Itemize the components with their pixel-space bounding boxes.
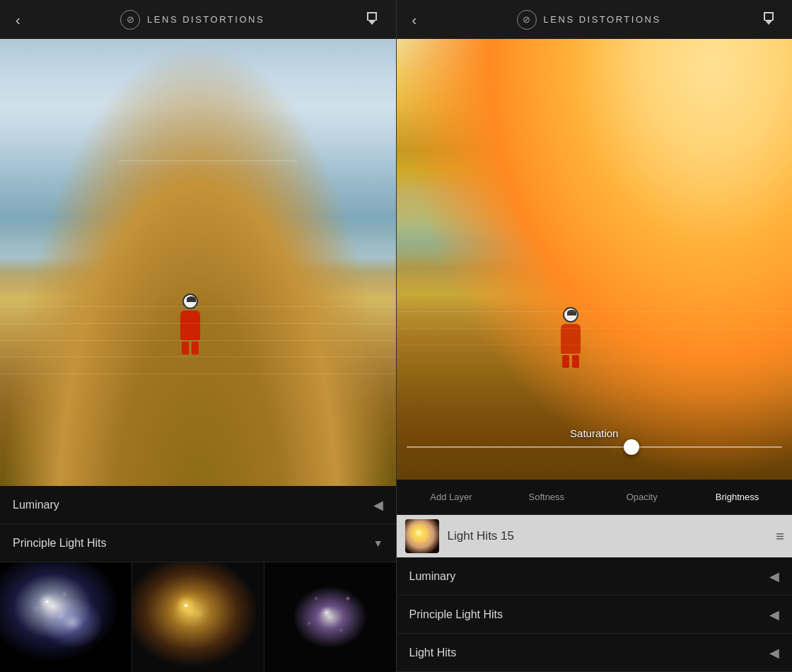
right-principle-label: Principle Light Hits — [409, 608, 503, 621]
svg-rect-4 — [764, 12, 774, 13]
svg-marker-3 — [368, 20, 376, 25]
left-back-button[interactable]: ‹ — [13, 10, 23, 30]
left-panel: ‹ ⊘ LENS DISTORTIONS — [0, 0, 396, 672]
saturation-slider-track[interactable] — [407, 446, 783, 448]
left-header-center: ⊘ LENS DISTORTIONS — [120, 10, 264, 30]
left-principle-chevron: ▼ — [373, 538, 383, 549]
left-image-area — [0, 39, 396, 486]
left-bottom-area: Luminary ◀ Principle Light Hits ▼ — [0, 486, 396, 672]
right-child-leg-right — [572, 355, 579, 368]
right-child-head — [563, 307, 578, 323]
right-bottom-area: Add Layer Softness Opacity Brightness Li… — [397, 480, 793, 672]
effects-grid — [0, 562, 396, 672]
right-lighthits-row[interactable]: Light Hits ◀ — [397, 634, 793, 672]
right-lighthits-chevron: ◀ — [769, 647, 779, 659]
right-luminary-chevron: ◀ — [769, 570, 779, 583]
toolbar-opacity[interactable]: Opacity — [594, 492, 689, 502]
layer-menu-button[interactable]: ≡ — [776, 529, 784, 543]
right-water-ripples — [397, 290, 793, 400]
layer-name-label: Light Hits 15 — [448, 529, 768, 543]
left-header: ‹ ⊘ LENS DISTORTIONS — [0, 0, 396, 39]
effect-thumb-3[interactable] — [264, 562, 396, 672]
svg-rect-2 — [375, 12, 377, 21]
left-download-button[interactable] — [361, 8, 383, 31]
svg-rect-1 — [367, 12, 368, 21]
right-child-figure — [557, 307, 585, 357]
right-child-body — [561, 324, 581, 354]
toolbar-row: Add Layer Softness Opacity Brightness — [397, 480, 793, 515]
saturation-overlay: Saturation — [397, 427, 793, 448]
svg-rect-5 — [764, 12, 765, 21]
right-header-center: ⊘ LENS DISTORTIONS — [517, 10, 661, 30]
right-back-button[interactable]: ‹ — [409, 10, 420, 30]
right-download-icon — [761, 11, 776, 26]
left-app-title: LENS DISTORTIONS — [147, 14, 264, 25]
right-panel: ‹ ⊘ LENS DISTORTIONS — [397, 0, 793, 672]
left-principle-row[interactable]: Principle Light Hits ▼ — [0, 524, 396, 562]
right-luminary-row[interactable]: Luminary ◀ — [397, 557, 793, 596]
right-beach-image — [397, 39, 793, 480]
right-header: ‹ ⊘ LENS DISTORTIONS — [397, 0, 793, 39]
right-child-legs — [557, 355, 585, 368]
right-logo-icon: ⊘ — [517, 10, 537, 30]
toolbar-add-layer[interactable]: Add Layer — [404, 492, 499, 502]
right-image-area: Saturation — [397, 39, 793, 480]
saturation-label: Saturation — [407, 427, 783, 439]
layer-thumbnail — [405, 519, 439, 553]
toolbar-brightness[interactable]: Brightness — [689, 492, 785, 502]
svg-marker-7 — [764, 20, 773, 25]
left-luminary-chevron: ◀ — [373, 499, 383, 511]
left-luminary-label: Luminary — [13, 499, 59, 511]
right-app-title: LENS DISTORTIONS — [544, 14, 661, 25]
right-principle-row[interactable]: Principle Light Hits ◀ — [397, 596, 793, 634]
right-lighthits-label: Light Hits — [409, 647, 457, 659]
effect-thumb-1[interactable] — [0, 562, 132, 672]
water-ripples — [0, 285, 396, 397]
saturation-slider-thumb[interactable] — [624, 439, 639, 455]
active-layer-row[interactable]: Light Hits 15 ≡ — [397, 515, 793, 557]
left-beach-image — [0, 39, 396, 486]
right-principle-chevron: ◀ — [769, 608, 779, 621]
left-logo-icon: ⊘ — [120, 10, 140, 30]
toolbar-softness[interactable]: Softness — [499, 492, 594, 502]
right-download-button[interactable] — [758, 8, 779, 31]
download-icon — [364, 11, 380, 26]
right-luminary-label: Luminary — [409, 570, 456, 583]
right-child-leg-left — [562, 355, 569, 368]
left-luminary-row[interactable]: Luminary ◀ — [0, 486, 396, 524]
right-categories: Luminary ◀ Principle Light Hits ◀ Light … — [397, 557, 793, 672]
left-principle-label: Principle Light Hits — [13, 537, 107, 550]
effect-thumb-2[interactable] — [132, 562, 264, 672]
svg-rect-6 — [772, 12, 774, 21]
svg-rect-0 — [367, 12, 377, 13]
